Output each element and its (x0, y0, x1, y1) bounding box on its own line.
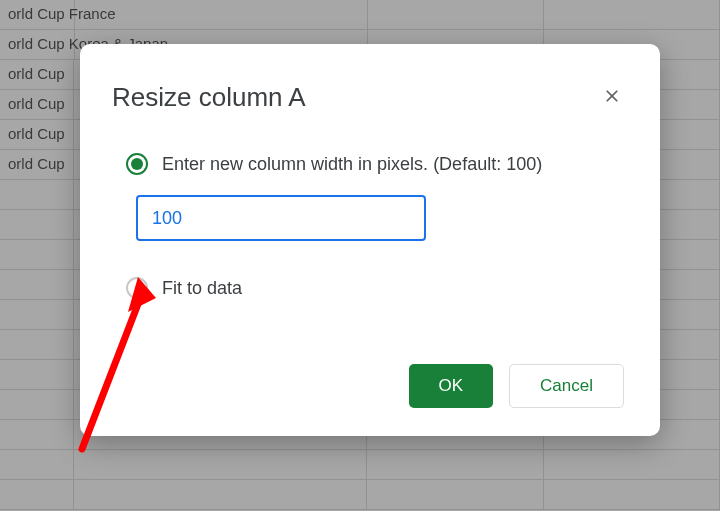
close-button[interactable] (596, 80, 628, 112)
radio-enter-width[interactable] (126, 153, 148, 175)
ok-button[interactable]: OK (409, 364, 494, 408)
cancel-button[interactable]: Cancel (509, 364, 624, 408)
radio-enter-width-label: Enter new column width in pixels. (Defau… (162, 154, 542, 175)
close-icon (602, 86, 622, 106)
resize-column-dialog: Resize column A Enter new column width i… (80, 44, 660, 436)
radio-selected-icon (131, 158, 143, 170)
dialog-title: Resize column A (112, 82, 306, 113)
radio-fit-to-data-label: Fit to data (162, 278, 242, 299)
radio-fit-to-data[interactable] (126, 277, 148, 299)
column-width-input[interactable] (136, 195, 426, 241)
